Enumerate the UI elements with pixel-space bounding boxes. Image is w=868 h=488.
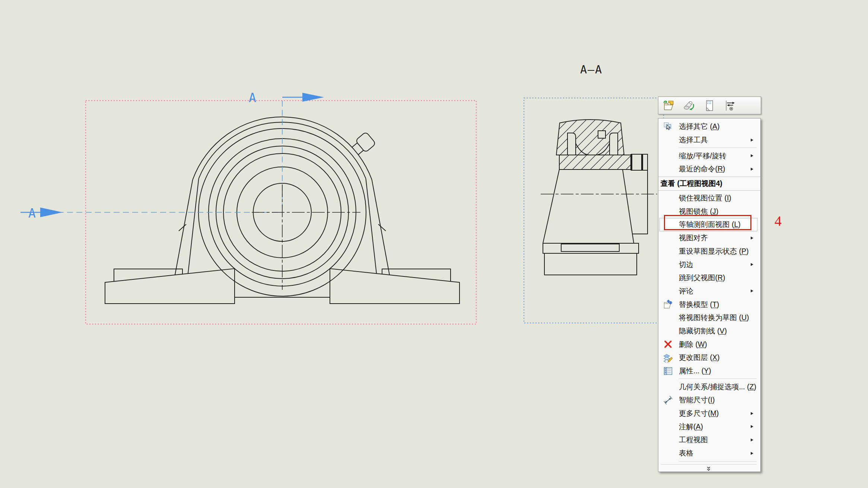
menu-item-icon-slot — [662, 273, 674, 283]
menu-separator — [659, 146, 757, 149]
menu-item[interactable]: 删除 (W) — [659, 338, 757, 351]
menu-item-label: 智能尺寸(I) — [679, 395, 715, 405]
menu-item-icon-slot — [662, 286, 674, 296]
menu-item-label: 将视图转换为草图 (U) — [679, 313, 749, 323]
menu-item[interactable]: 锁住视图位置 (I) — [659, 191, 757, 205]
menu-item-label: 工程视图 — [679, 435, 708, 445]
menu-item-label: 评论 — [679, 286, 693, 296]
menu-item-label: 几何关系/捕捉选项... (Z) — [679, 382, 756, 392]
submenu-arrow-icon — [751, 452, 753, 455]
menu-item[interactable]: 智能尺寸(I) — [659, 393, 757, 407]
menu-item-icon-slot — [662, 408, 674, 419]
menu-item-label: 表格 — [679, 448, 693, 458]
menu-item-icon-slot — [662, 381, 674, 392]
sheet-format-icon[interactable] — [702, 98, 716, 113]
menu-item-label: 视图对齐 — [679, 233, 708, 243]
grease-fitting-icon — [350, 132, 376, 157]
menu-item[interactable]: 隐藏切割线 (V) — [659, 324, 757, 338]
front-view[interactable]: A A — [20, 91, 476, 324]
menu-item-label: 重设草图显示状态 (P) — [679, 246, 748, 256]
submenu-arrow-icon — [751, 425, 753, 428]
menu-item-icon-slot — [662, 246, 674, 256]
menu-item-label: 缩放/平移/旋转 — [679, 151, 726, 161]
menu-section-header: 查看 (工程图视图4) — [658, 177, 760, 191]
menu-item-label: 选择工具 — [679, 135, 708, 145]
menu-item[interactable]: 替换模型 (T) — [659, 298, 757, 311]
menu-item[interactable]: 选择其它 (A) — [659, 120, 757, 133]
submenu-arrow-icon — [751, 168, 753, 171]
submenu-arrow-icon — [751, 263, 753, 266]
submenu-arrow-icon — [751, 237, 753, 240]
annotation-box — [664, 215, 751, 230]
drawing-area[interactable]: A A A—A — [0, 0, 868, 488]
centerlines — [20, 101, 360, 290]
menu-item[interactable]: 属性... (Y) — [659, 364, 757, 378]
properties-icon — [662, 366, 674, 376]
submenu-arrow-icon — [751, 289, 753, 292]
menu-item-label: 选择其它 (A) — [679, 121, 719, 131]
change-layer-icon — [662, 352, 674, 363]
menu-separator — [659, 377, 757, 380]
menu-item-icon-slot — [662, 435, 674, 445]
aa-view-label: A—A — [580, 63, 602, 76]
replace-model-icon — [662, 299, 674, 310]
menu-item[interactable]: 切边 — [659, 258, 757, 271]
menu-item[interactable]: 缩放/平移/旋转 — [659, 149, 757, 162]
section-base — [543, 243, 639, 275]
menu-item-icon-slot — [662, 164, 674, 174]
menu-expander[interactable] — [661, 464, 757, 474]
menu-item-label: 替换模型 (T) — [679, 300, 719, 310]
annotation-number: 4 — [775, 214, 782, 228]
menu-item[interactable]: 视图对齐 — [659, 231, 757, 245]
section-label-left: A — [28, 206, 36, 221]
menu-item-label: 更多尺寸(M) — [679, 408, 719, 418]
menu-item-icon-slot — [662, 313, 674, 323]
menu-item-label: 删除 (W) — [679, 339, 707, 349]
menu-item[interactable]: 注解(A) — [659, 420, 757, 433]
section-view[interactable]: A—A — [524, 63, 664, 323]
menu-item[interactable]: 表格 — [659, 447, 757, 460]
menu-item[interactable]: 将视图转换为草图 (U) — [659, 311, 757, 324]
select-other-icon — [662, 121, 674, 132]
delete-icon — [662, 339, 674, 349]
menu-item-icon-slot — [662, 135, 674, 145]
menu-item[interactable]: 工程视图 — [659, 433, 757, 447]
submenu-arrow-icon — [751, 438, 753, 441]
menu-item-label: 切边 — [679, 260, 693, 270]
menu-item-icon-slot — [662, 326, 674, 336]
menu-item[interactable]: 评论 — [659, 285, 757, 298]
menu-item-label: 注解(A) — [679, 422, 703, 432]
section-label-top: A — [249, 91, 256, 105]
smart-dimension-icon — [662, 395, 674, 405]
menu-item-label: 最近的命令(R) — [679, 164, 725, 174]
menu-item-icon-slot — [662, 421, 674, 432]
menu-item-label: 隐藏切割线 (V) — [679, 326, 727, 336]
menu-item-label: 更改图层 (X) — [679, 352, 719, 362]
submenu-arrow-icon — [751, 412, 753, 415]
menu-item-label: 锁住视图位置 (I) — [679, 193, 731, 203]
menu-item[interactable]: 更改图层 (X) — [659, 351, 757, 364]
view-alignment-icon[interactable] — [722, 98, 737, 113]
menu-item[interactable]: 更多尺寸(M) — [659, 407, 757, 420]
menu-item[interactable]: 重设草图显示状态 (P) — [659, 245, 757, 258]
menu-item-icon-slot — [662, 193, 674, 203]
context-menu: 选择其它 (A)选择工具缩放/平移/旋转最近的命令(R)查看 (工程图视图4)锁… — [658, 118, 761, 472]
menu-item-label: 跳到父视图(R) — [679, 273, 725, 283]
menu-item-icon-slot — [662, 259, 674, 270]
menu-item[interactable]: 几何关系/捕捉选项... (Z) — [659, 380, 757, 393]
menu-item[interactable]: 跳到父视图(R) — [659, 271, 757, 285]
section-body — [543, 169, 634, 243]
menu-item-label: 属性... (Y) — [679, 366, 711, 376]
menu-item[interactable]: 选择工具 — [659, 133, 757, 147]
section-cut-arrow-left[interactable] — [20, 207, 63, 217]
context-toolbar — [658, 96, 761, 114]
menu-item-icon-slot — [662, 233, 674, 243]
menu-item-icon-slot — [662, 150, 674, 161]
submenu-arrow-icon — [751, 139, 753, 142]
update-view-icon[interactable] — [681, 98, 696, 113]
menu-item[interactable]: 最近的命令(R) — [659, 162, 757, 176]
menu-item-icon-slot — [662, 448, 674, 459]
submenu-arrow-icon — [751, 154, 753, 157]
chevron-double-down-icon — [706, 466, 711, 473]
open-part-icon[interactable] — [661, 98, 676, 113]
